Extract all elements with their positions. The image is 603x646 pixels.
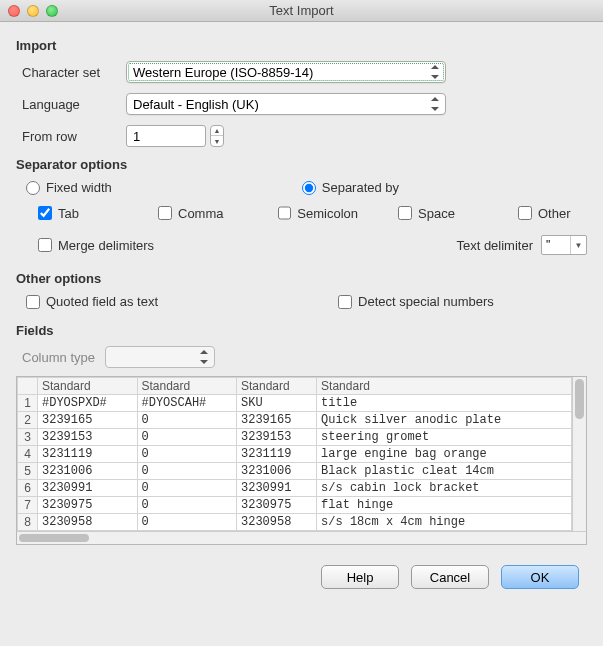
cell[interactable]: 3230958 [38,514,138,531]
help-button[interactable]: Help [321,565,399,589]
zoom-icon[interactable] [46,5,58,17]
chevron-down-icon[interactable]: ▼ [211,136,223,146]
cell[interactable]: 3231006 [38,463,138,480]
titlebar: Text Import [0,0,603,22]
dialog-buttons: Help Cancel OK [0,545,603,605]
table-row[interactable]: 2323916503239165Quick silver anodic plat… [18,412,572,429]
cell[interactable]: 3239153 [38,429,138,446]
cell[interactable]: large engine bag orange [317,446,572,463]
language-label: Language [16,97,126,112]
check-other[interactable]: Other [518,206,578,221]
cell[interactable]: 3230975 [237,497,317,514]
check-comma[interactable]: Comma [158,206,238,221]
column-header[interactable]: Standard [317,378,572,395]
row-number: 5 [18,463,38,480]
column-header[interactable]: Standard [237,378,317,395]
cell[interactable]: 3230958 [237,514,317,531]
column-type-label: Column type [22,350,95,365]
close-icon[interactable] [8,5,20,17]
minimize-icon[interactable] [27,5,39,17]
cell[interactable]: 0 [137,446,237,463]
text-delimiter-combo[interactable]: ▼ [541,235,587,255]
text-delimiter-input[interactable] [542,236,570,254]
check-label: Semicolon [297,206,358,221]
cell[interactable]: s/s cabin lock bracket [317,480,572,497]
cell[interactable]: 0 [137,463,237,480]
fromrow-stepper[interactable]: ▲ ▼ [210,125,224,147]
cell[interactable]: 3230991 [237,480,317,497]
cell[interactable]: 3230975 [38,497,138,514]
cell[interactable]: title [317,395,572,412]
row-number: 3 [18,429,38,446]
horizontal-scrollbar[interactable] [16,531,587,545]
cancel-button[interactable]: Cancel [411,565,489,589]
radio-label: Separated by [322,180,399,195]
section-other: Other options [16,271,587,286]
radio-separated-by[interactable]: Separated by [302,180,399,195]
cell[interactable]: 3239165 [38,412,138,429]
row-number: 7 [18,497,38,514]
column-header[interactable]: Standard [137,378,237,395]
cell[interactable]: 3231006 [237,463,317,480]
vertical-scrollbar[interactable] [572,377,586,531]
cell[interactable]: 0 [137,429,237,446]
check-label: Quoted field as text [46,294,158,309]
table-row[interactable]: 3323915303239153steering gromet [18,429,572,446]
chevron-updown-icon [428,63,442,81]
column-type-select[interactable] [105,346,215,368]
chevron-updown-icon [428,95,442,113]
radio-fixed-width[interactable]: Fixed width [26,180,112,195]
check-semicolon[interactable]: Semicolon [278,206,358,221]
row-number: 2 [18,412,38,429]
chevron-updown-icon [197,348,211,366]
grid-corner [18,378,38,395]
window-controls [8,5,58,17]
cell[interactable]: #DYOSCAH# [137,395,237,412]
table-row[interactable]: 5323100603231006Black plastic cleat 14cm [18,463,572,480]
cell[interactable]: Quick silver anodic plate [317,412,572,429]
charset-label: Character set [16,65,126,80]
row-number: 6 [18,480,38,497]
cell[interactable]: SKU [237,395,317,412]
cell[interactable]: 3231119 [38,446,138,463]
chevron-down-icon[interactable]: ▼ [570,236,586,254]
table-row[interactable]: 6323099103230991s/s cabin lock bracket [18,480,572,497]
section-fields: Fields [16,323,587,338]
section-import: Import [16,38,587,53]
section-separator: Separator options [16,157,587,172]
cell[interactable]: 0 [137,514,237,531]
cell[interactable]: 3231119 [237,446,317,463]
check-tab[interactable]: Tab [38,206,118,221]
cell[interactable]: flat hinge [317,497,572,514]
cell[interactable]: Black plastic cleat 14cm [317,463,572,480]
check-label: Other [538,206,571,221]
table-row[interactable]: 1#DYOSPXD##DYOSCAH#SKUtitle [18,395,572,412]
check-label: Merge delimiters [58,238,154,253]
table-row[interactable]: 8323095803230958s/s 18cm x 4cm hinge [18,514,572,531]
cell[interactable]: #DYOSPXD# [38,395,138,412]
language-select[interactable]: Default - English (UK) [126,93,446,115]
cell[interactable]: steering gromet [317,429,572,446]
table-row[interactable]: 7323097503230975flat hinge [18,497,572,514]
check-label: Space [418,206,455,221]
fromrow-label: From row [16,129,126,144]
radio-label: Fixed width [46,180,112,195]
check-label: Detect special numbers [358,294,494,309]
cell[interactable]: 0 [137,497,237,514]
cell[interactable]: 3239165 [237,412,317,429]
table-row[interactable]: 4323111903231119large engine bag orange [18,446,572,463]
cell[interactable]: 0 [137,480,237,497]
check-quoted-field[interactable]: Quoted field as text [26,294,158,309]
check-detect-numbers[interactable]: Detect special numbers [338,294,494,309]
cell[interactable]: 3239153 [237,429,317,446]
charset-select[interactable]: Western Europe (ISO-8859-14) [126,61,446,83]
fromrow-input[interactable] [126,125,206,147]
cell[interactable]: 0 [137,412,237,429]
cell[interactable]: 3230991 [38,480,138,497]
column-header[interactable]: Standard [38,378,138,395]
cell[interactable]: s/s 18cm x 4cm hinge [317,514,572,531]
ok-button[interactable]: OK [501,565,579,589]
check-space[interactable]: Space [398,206,478,221]
check-merge-delimiters[interactable]: Merge delimiters [38,238,154,253]
chevron-up-icon[interactable]: ▲ [211,126,223,136]
